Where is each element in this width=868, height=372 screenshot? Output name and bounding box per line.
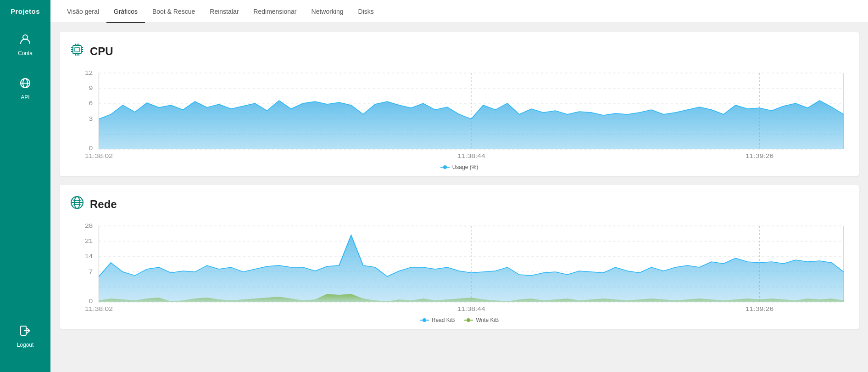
cpu-chart-area: 12 9 6 3 0 11:38:02 11:38:44 11:39:26: [69, 68, 850, 160]
svg-text:11:39:26: 11:39:26: [746, 306, 773, 312]
legend-read-label: Read KiB: [432, 317, 455, 323]
rede-chart-legend: Read KiB Write KiB: [69, 317, 850, 323]
legend-usage-label: Usage (%): [452, 164, 479, 170]
tab-boot-rescue[interactable]: Boot & Rescue: [145, 0, 202, 23]
sidebar-item-conta-label: Conta: [18, 50, 33, 56]
tab-graficos[interactable]: Gráficos: [106, 0, 145, 23]
sidebar-item-logout-label: Logout: [17, 342, 34, 348]
svg-rect-6: [73, 45, 81, 54]
tab-visao-geral[interactable]: Visão geral: [60, 0, 106, 23]
tab-disks[interactable]: Disks: [351, 0, 381, 23]
sidebar: Projetos Conta API Logout: [0, 0, 50, 372]
rede-chart-svg: 28 21 14 7 0 11:38:02 11:38:44 11:39:26: [69, 221, 850, 313]
cpu-chart-header: CPU: [69, 41, 850, 61]
svg-text:21: 21: [85, 238, 93, 244]
content: CPU 12 9: [50, 23, 868, 372]
sidebar-item-logout[interactable]: Logout: [0, 321, 50, 352]
svg-text:14: 14: [85, 253, 93, 259]
sidebar-item-api-label: API: [21, 94, 29, 101]
main-area: Visão geral Gráficos Boot & Rescue Reins…: [50, 0, 868, 372]
cpu-chart-card: CPU 12 9: [60, 32, 859, 176]
logout-icon: [19, 324, 32, 340]
legend-write: Write KiB: [464, 317, 499, 323]
svg-text:6: 6: [89, 100, 93, 107]
svg-text:11:38:44: 11:38:44: [457, 306, 485, 312]
cpu-chart-title: CPU: [90, 45, 113, 58]
legend-read: Read KiB: [420, 317, 455, 323]
svg-text:0: 0: [89, 298, 93, 304]
tab-networking[interactable]: Networking: [304, 0, 351, 23]
svg-text:11:38:02: 11:38:02: [85, 153, 113, 159]
cpu-chart-legend: Usage (%): [69, 164, 850, 170]
rede-icon: [69, 194, 85, 214]
legend-usage: Usage (%): [440, 164, 479, 170]
svg-text:11:39:26: 11:39:26: [746, 153, 773, 159]
svg-text:7: 7: [89, 269, 93, 275]
rede-chart-header: Rede: [69, 194, 850, 214]
rede-chart-area: 28 21 14 7 0 11:38:02 11:38:44 11:39:26: [69, 221, 850, 313]
svg-text:11:38:02: 11:38:02: [85, 306, 113, 312]
rede-chart-title: Rede: [90, 198, 117, 211]
topnav: Visão geral Gráficos Boot & Rescue Reins…: [50, 0, 868, 23]
tab-reinstalar[interactable]: Reinstalar: [202, 0, 246, 23]
svg-text:11:38:44: 11:38:44: [457, 153, 485, 159]
cpu-icon: [69, 41, 85, 61]
svg-text:3: 3: [89, 116, 93, 122]
legend-write-label: Write KiB: [476, 317, 499, 323]
tab-redimensionar[interactable]: Redimensionar: [246, 0, 304, 23]
svg-text:0: 0: [89, 145, 93, 152]
svg-text:9: 9: [89, 85, 93, 91]
sidebar-item-conta[interactable]: Conta: [0, 29, 50, 60]
svg-text:28: 28: [85, 223, 93, 229]
svg-text:12: 12: [85, 70, 93, 76]
sidebar-item-api[interactable]: API: [0, 73, 50, 104]
rede-chart-card: Rede 28 21: [60, 185, 859, 329]
conta-icon: [19, 33, 32, 48]
svg-rect-7: [75, 47, 79, 52]
sidebar-logo: Projetos: [11, 7, 40, 15]
cpu-chart-svg: 12 9 6 3 0 11:38:02 11:38:44 11:39:26: [69, 68, 850, 160]
api-icon: [19, 77, 32, 92]
